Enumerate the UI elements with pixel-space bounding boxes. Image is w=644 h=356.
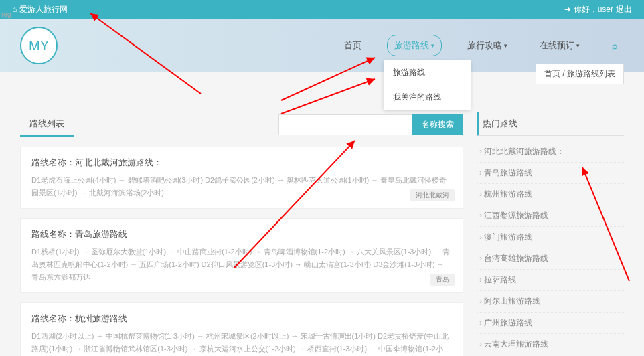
hot-list: 河北北戴河旅游路线： 青岛旅游路线 杭州旅游路线 江西婺源旅游路线 澳门旅游路线…: [477, 141, 624, 355]
chevron-down-icon: ▾: [576, 42, 580, 49]
route-tag: 青岛: [430, 274, 455, 286]
breadcrumb-page: 旅游路线列表: [567, 69, 615, 78]
route-title: 路线名称：河北北戴河旅游路线：: [31, 157, 452, 169]
breadcrumb-home[interactable]: 首页: [544, 69, 560, 78]
hot-item[interactable]: 台湾高雄旅游路线: [477, 248, 624, 270]
route-card[interactable]: 路线名称：青岛旅游路线 D1栈桥(1小时) → 圣弥厄尔大教堂(1小时) → 中…: [20, 218, 463, 293]
main: 路线列表 名称搜索 路线名称：河北北戴河旅游路线： D1老虎石海上公园(4小时)…: [0, 72, 644, 356]
nav: 首页 旅游路线 ▾ 旅行攻略 ▾ 在线预订 ▾ ⌕: [337, 35, 624, 56]
tab-route-list[interactable]: 路线列表: [20, 112, 74, 137]
route-card[interactable]: 路线名称：杭州旅游路线 D1西湖(2小时以上) → 中国杭帮菜博物馆(1-3小时…: [20, 302, 463, 356]
site-name[interactable]: ⌂ 爱游人旅行网: [12, 4, 68, 15]
topbar: ⌂ 爱游人旅行网 ➜ 你好，user 退出: [0, 0, 644, 19]
dropdown-route[interactable]: 旅游路线: [384, 60, 471, 85]
route-tag: 河北北戴河: [410, 189, 455, 201]
hot-item[interactable]: 杭州旅游路线: [477, 184, 624, 205]
hot-title: 热门路线: [477, 112, 624, 136]
search-icon[interactable]: ⌕: [605, 36, 624, 55]
route-title: 路线名称：杭州旅游路线: [31, 313, 452, 325]
left-column: 路线列表 名称搜索 路线名称：河北北戴河旅游路线： D1老虎石海上公园(4小时)…: [20, 112, 463, 356]
greeting: 你好，user: [574, 4, 613, 15]
route-desc: D1西湖(2小时以上) → 中国杭帮菜博物馆(1-3小时) → 杭州宋城景区(2…: [31, 330, 452, 356]
hot-item[interactable]: 广州旅游路线: [477, 313, 624, 334]
logo-tag: reg: [1, 11, 11, 18]
hot-item[interactable]: 阿尔山旅游路线: [477, 291, 624, 313]
breadcrumb: 首页 / 旅游路线列表: [536, 64, 624, 84]
chevron-down-icon: ▾: [504, 42, 507, 49]
hot-item[interactable]: 拉萨路线: [477, 270, 624, 291]
section-title: 路线列表 名称搜索: [20, 112, 463, 137]
header: reg MY 首页 旅游路线 ▾ 旅行攻略 ▾ 在线预订 ▾ ⌕ 旅游路线 我关…: [0, 19, 644, 72]
login-icon: ➜: [564, 5, 571, 14]
hot-item[interactable]: 江西婺源旅游路线: [477, 205, 624, 227]
hot-item[interactable]: 青岛旅游路线: [477, 163, 624, 184]
logout-link[interactable]: 退出: [616, 4, 632, 15]
logo[interactable]: MY: [20, 27, 58, 64]
hot-item[interactable]: 澳门旅游路线: [477, 227, 624, 248]
hot-item[interactable]: 云南大理旅游路线: [477, 334, 624, 355]
nav-strategy[interactable]: 旅行攻略 ▾: [461, 35, 514, 56]
search-input[interactable]: [278, 114, 412, 135]
route-card[interactable]: 路线名称：河北北戴河旅游路线： D1老虎石海上公园(4小时) → 碧螺塔酒吧公园…: [20, 147, 463, 209]
nav-dropdown: 旅游路线 我关注的路线: [384, 60, 471, 110]
right-column: 热门路线 河北北戴河旅游路线： 青岛旅游路线 杭州旅游路线 江西婺源旅游路线 澳…: [477, 112, 624, 356]
dropdown-followed[interactable]: 我关注的路线: [384, 85, 471, 110]
route-title: 路线名称：青岛旅游路线: [31, 228, 452, 240]
search-button[interactable]: 名称搜索: [412, 114, 463, 135]
hot-item[interactable]: 河北北戴河旅游路线：: [477, 141, 624, 163]
route-desc: D1老虎石海上公园(4小时) → 碧螺塔酒吧公园(3小时) D2鸽子窝公园(2小…: [31, 174, 452, 199]
route-desc: D1栈桥(1小时) → 圣弥厄尔大教堂(1小时) → 中山路商业街(1-2小时)…: [31, 246, 452, 283]
nav-home[interactable]: 首页: [337, 35, 368, 56]
home-icon: ⌂: [12, 5, 19, 14]
chevron-down-icon: ▾: [431, 42, 434, 49]
nav-booking[interactable]: 在线预订 ▾: [533, 35, 586, 56]
nav-route[interactable]: 旅游路线 ▾: [387, 35, 442, 56]
